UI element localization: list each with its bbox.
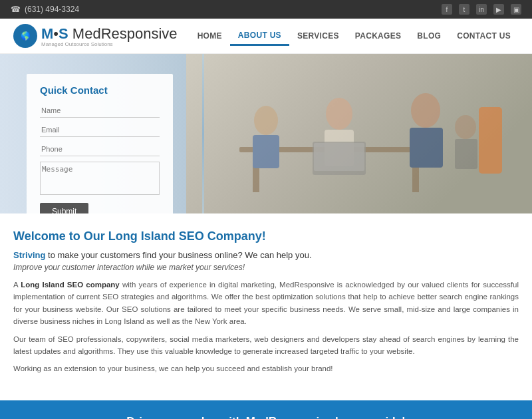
youtube-icon[interactable]: ▶ [493, 4, 504, 15]
logo: 🌎 M•S MedResponsive Managed Outsource So… [13, 24, 178, 48]
linkedin-icon[interactable]: in [476, 4, 487, 15]
tagline: Striving to make your customers find you… [13, 250, 519, 260]
footer-cta: Drive more sales with MedResponsive by y… [0, 400, 532, 419]
top-bar: ☎ (631) 494-3324 f t in ▶ ▣ [0, 0, 532, 19]
main-content: Welcome to Our Long Island SEO Company! … [0, 213, 532, 394]
quick-contact-title: Quick Contact [40, 84, 160, 96]
phone-input[interactable] [40, 142, 160, 156]
nav-packages[interactable]: PACKAGES [347, 27, 410, 45]
tagline-text: to make your customers find your busines… [48, 250, 311, 260]
email-input[interactable] [40, 123, 160, 137]
message-input[interactable] [40, 162, 160, 195]
svg-rect-10 [314, 143, 364, 171]
twitter-icon[interactable]: t [459, 4, 469, 15]
svg-point-5 [326, 98, 352, 130]
svg-rect-13 [455, 139, 477, 169]
nav-home[interactable]: HOME [190, 27, 230, 45]
main-nav: HOME ABOUT US SERVICES PACKAGES BLOG CON… [190, 27, 519, 46]
nav-about[interactable]: ABOUT US [230, 27, 289, 46]
name-input[interactable] [40, 104, 160, 118]
body-para1: A Long Island SEO company with years of … [13, 279, 519, 328]
phone-icon: ☎ [11, 5, 21, 14]
phone-number: (631) 494-3324 [25, 5, 79, 14]
nav-blog[interactable]: BLOG [409, 27, 449, 45]
body-para3: Working as an extension to your business… [13, 362, 519, 374]
svg-rect-8 [410, 128, 443, 168]
footer-cta-heading: Drive more sales with MedResponsive by y… [13, 415, 519, 419]
phone-bar: ☎ (631) 494-3324 [11, 5, 79, 14]
nav-contact[interactable]: CONTACT US [449, 27, 519, 45]
quick-contact-form: Quick Contact Submit [27, 74, 173, 213]
logo-icon: 🌎 [13, 24, 37, 48]
svg-point-12 [455, 115, 476, 139]
header: 🌎 M•S MedResponsive Managed Outsource So… [0, 19, 532, 54]
nav-services[interactable]: SERVICES [289, 27, 347, 45]
facebook-icon[interactable]: f [442, 4, 452, 15]
logo-name: M•S MedResponsive [41, 25, 178, 42]
svg-rect-11 [479, 107, 502, 174]
hero-section: Quick Contact Submit [0, 54, 532, 213]
svg-rect-4 [253, 135, 279, 168]
body-para2: Our team of SEO professionals, copywrite… [13, 333, 519, 358]
tagline-highlight: Striving [13, 250, 45, 260]
svg-point-3 [254, 106, 278, 135]
social-links: f t in ▶ ▣ [442, 4, 521, 15]
svg-point-7 [411, 93, 440, 128]
instagram-icon[interactable]: ▣ [511, 4, 521, 15]
submit-button[interactable]: Submit [40, 203, 88, 213]
italic-line: Improve your customer interaction while … [13, 263, 519, 272]
main-heading: Welcome to Our Long Island SEO Company! [13, 229, 519, 243]
